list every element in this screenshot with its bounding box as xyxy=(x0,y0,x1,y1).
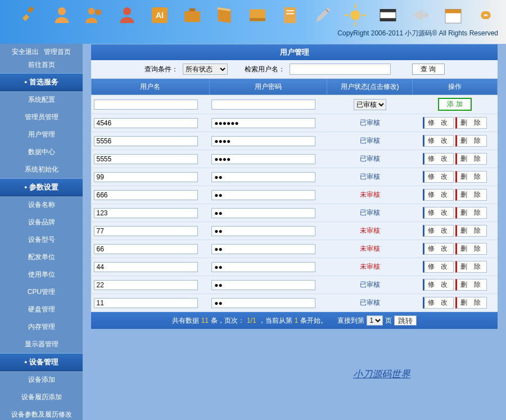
delete-button[interactable]: 删 除 xyxy=(455,279,486,291)
pass-input[interactable] xyxy=(211,136,315,146)
user-input[interactable] xyxy=(94,244,198,254)
sun-icon[interactable] xyxy=(342,3,369,28)
pencil-icon[interactable] xyxy=(309,3,336,28)
status-label[interactable]: 已审核 xyxy=(360,119,380,127)
status-label[interactable]: 已审核 xyxy=(360,281,380,288)
briefcase-icon[interactable] xyxy=(179,3,206,28)
modify-button[interactable]: 修 改 xyxy=(423,279,454,291)
book-icon[interactable] xyxy=(211,3,238,28)
add-button[interactable]: 添 加 xyxy=(438,98,471,111)
sidebar-item[interactable]: 设备添加 xyxy=(0,371,83,389)
modify-button[interactable]: 修 改 xyxy=(423,261,454,273)
modify-button[interactable]: 修 改 xyxy=(423,153,454,165)
tools-icon[interactable] xyxy=(16,3,43,28)
pass-input[interactable] xyxy=(211,298,315,308)
delete-button[interactable]: 删 除 xyxy=(455,225,486,237)
status-label[interactable]: 未审核 xyxy=(360,227,380,234)
user-input[interactable] xyxy=(94,280,198,290)
pass-input[interactable] xyxy=(211,172,315,182)
user-input[interactable] xyxy=(94,208,198,218)
calendar-icon[interactable] xyxy=(440,3,467,28)
modify-button[interactable]: 修 改 xyxy=(423,171,454,183)
user-input[interactable] xyxy=(94,172,198,182)
add-status-select[interactable]: 已审核 xyxy=(354,99,386,110)
sidebar-item[interactable]: 设备参数及履历修改 xyxy=(0,406,83,420)
users-icon[interactable] xyxy=(81,3,108,28)
delete-button[interactable]: 删 除 xyxy=(455,117,486,129)
logout-link[interactable]: 安全退出 xyxy=(12,48,39,56)
sidebar-item[interactable]: 内存管理 xyxy=(0,318,83,336)
modify-button[interactable]: 修 改 xyxy=(423,207,454,219)
pass-input[interactable] xyxy=(211,208,315,218)
pass-input[interactable] xyxy=(211,118,315,128)
user-input[interactable] xyxy=(94,118,198,128)
delete-button[interactable]: 删 除 xyxy=(455,207,486,219)
status-label[interactable]: 未审核 xyxy=(360,245,380,252)
delete-button[interactable]: 删 除 xyxy=(455,171,486,183)
pass-input[interactable] xyxy=(211,226,315,236)
delete-button[interactable]: 删 除 xyxy=(455,189,486,201)
sidebar-item[interactable]: 硬盘管理 xyxy=(0,301,83,318)
sidebar-group-header[interactable]: 参数设置 xyxy=(0,178,83,196)
sidebar-item[interactable]: 管理员管理 xyxy=(0,109,83,126)
user-input[interactable] xyxy=(94,190,198,200)
sidebar-item[interactable]: 用户管理 xyxy=(0,126,83,143)
sidebar-item[interactable]: 设备品牌 xyxy=(0,214,83,231)
sidebar-item[interactable]: 设备名称 xyxy=(0,196,83,214)
pager-jump-button[interactable]: 跳转 xyxy=(394,315,417,326)
status-label[interactable]: 已审核 xyxy=(360,173,380,180)
user-input[interactable] xyxy=(94,262,198,272)
status-label[interactable]: 未审核 xyxy=(360,263,380,270)
user-orange-icon[interactable] xyxy=(48,3,75,28)
sidebar-item[interactable]: 使用单位 xyxy=(0,266,83,283)
sidebar-item[interactable]: CPU管理 xyxy=(0,283,83,301)
user-red-icon[interactable] xyxy=(114,3,141,28)
filter-search-input[interactable] xyxy=(290,64,391,75)
sidebar-item[interactable]: 设备履历添加 xyxy=(0,389,83,406)
status-label[interactable]: 已审核 xyxy=(360,155,380,162)
modify-button[interactable]: 修 改 xyxy=(423,297,454,309)
doc-icon[interactable] xyxy=(277,3,304,28)
film-icon[interactable] xyxy=(374,3,401,28)
pager-page-select[interactable]: 1 xyxy=(367,315,383,326)
sidebar-item[interactable]: 配发单位 xyxy=(0,249,83,266)
pass-input[interactable] xyxy=(211,154,315,164)
link-icon[interactable] xyxy=(472,3,499,28)
modify-button[interactable]: 修 改 xyxy=(423,135,454,147)
pass-input[interactable] xyxy=(211,244,315,254)
add-pass-input[interactable] xyxy=(211,100,315,110)
disk-icon[interactable] xyxy=(244,3,271,28)
user-input[interactable] xyxy=(94,136,198,146)
pass-input[interactable] xyxy=(211,280,315,290)
sidebar-item[interactable]: 系统配置 xyxy=(0,91,83,109)
delete-button[interactable]: 删 除 xyxy=(455,135,486,147)
admin-home-link[interactable]: 管理首页 xyxy=(44,48,71,56)
query-button[interactable]: 查 询 xyxy=(412,64,445,75)
sidebar-item[interactable]: 数据中心 xyxy=(0,143,83,161)
sidebar-group-header[interactable]: 首选服务 xyxy=(0,73,83,91)
delete-button[interactable]: 删 除 xyxy=(455,153,486,165)
user-input[interactable] xyxy=(94,154,198,164)
sidebar-item[interactable]: 系统初始化 xyxy=(0,161,83,178)
pass-input[interactable] xyxy=(211,262,315,272)
pass-input[interactable] xyxy=(211,190,315,200)
modify-button[interactable]: 修 改 xyxy=(423,117,454,129)
status-label[interactable]: 未审核 xyxy=(360,191,380,198)
sidebar-item[interactable]: 设备型号 xyxy=(0,231,83,249)
delete-button[interactable]: 删 除 xyxy=(455,297,486,309)
add-user-input[interactable] xyxy=(94,100,198,110)
delete-button[interactable]: 删 除 xyxy=(455,243,486,255)
modify-button[interactable]: 修 改 xyxy=(423,225,454,237)
modify-button[interactable]: 修 改 xyxy=(423,189,454,201)
status-label[interactable]: 已审核 xyxy=(360,209,380,216)
sidebar-item[interactable]: 显示器管理 xyxy=(0,336,83,353)
status-label[interactable]: 已审核 xyxy=(360,299,380,306)
ai-icon[interactable]: AI xyxy=(146,3,173,28)
delete-button[interactable]: 删 除 xyxy=(455,261,486,273)
arrow-icon[interactable] xyxy=(407,3,434,28)
status-label[interactable]: 已审核 xyxy=(360,137,380,144)
sidebar-group-header[interactable]: 设备管理 xyxy=(0,353,83,371)
front-home-link[interactable]: 前往首页 xyxy=(28,61,55,69)
filter-state-select[interactable]: 所有状态 xyxy=(183,64,228,75)
watermark-link[interactable]: 小刀源码世界 xyxy=(353,368,410,381)
